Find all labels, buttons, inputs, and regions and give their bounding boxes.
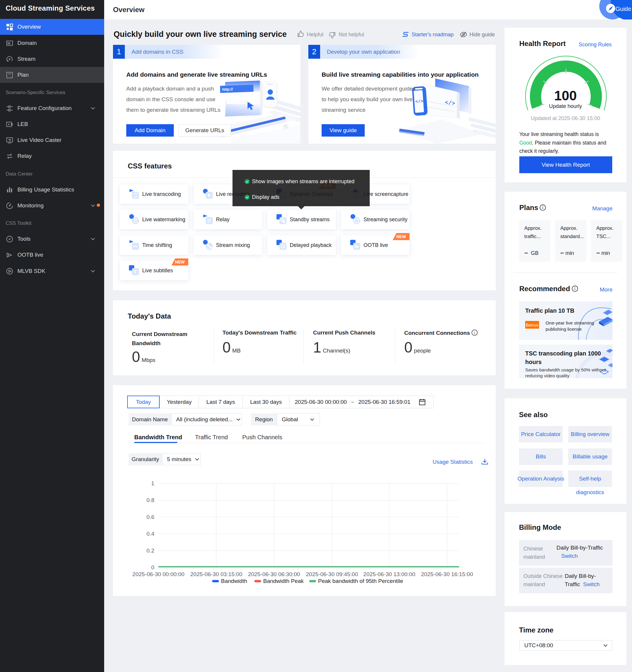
svg-text:0.8: 0.8	[147, 497, 154, 503]
svg-text:http://: http://	[222, 87, 233, 92]
svg-text:0: 0	[151, 564, 154, 571]
svg-text:2025-06-30 16:15:00: 2025-06-30 16:15:00	[421, 571, 473, 577]
svg-text:2025-06-30 03:15:00: 2025-06-30 03:15:00	[190, 571, 242, 577]
svg-text:0.4: 0.4	[147, 531, 155, 537]
svg-text:2025-06-30 09:45:00: 2025-06-30 09:45:00	[306, 571, 358, 577]
svg-text:2025-06-30 13:00:00: 2025-06-30 13:00:00	[363, 571, 415, 577]
svg-text:Peak bandwidth of 95th Percent: Peak bandwidth of 95th Percentile	[318, 578, 403, 584]
svg-text:2025-06-30 00:00:00: 2025-06-30 00:00:00	[133, 571, 184, 577]
svg-text:W.: W.	[7, 41, 11, 45]
svg-text:0.6: 0.6	[147, 514, 154, 520]
svg-text:Bandwidth: Bandwidth	[221, 578, 247, 584]
svg-text:Bandwidth Peak: Bandwidth Peak	[263, 578, 304, 584]
svg-text:1: 1	[151, 481, 154, 486]
svg-text:</>: </>	[415, 99, 423, 104]
svg-text:0.2: 0.2	[147, 548, 154, 554]
svg-text:2025-06-30 06:30:00: 2025-06-30 06:30:00	[248, 571, 300, 577]
